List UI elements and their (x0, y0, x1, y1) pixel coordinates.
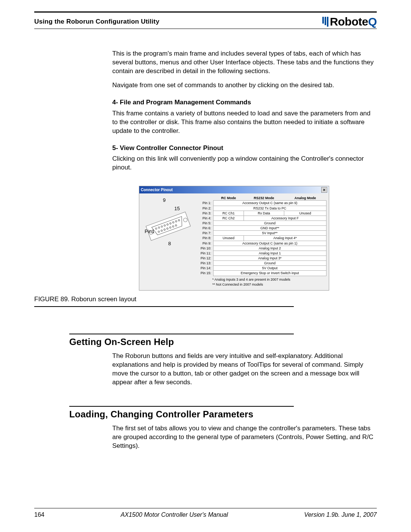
pin-label: Pin 11: (197, 251, 213, 256)
pin-cell: Analog Input 1 (213, 251, 327, 256)
logo: RoboteQ (322, 15, 377, 28)
pin-label: Pin 6: (197, 226, 213, 231)
pin-label: Pin 8: (197, 236, 213, 241)
pin-label: Pin 5: (197, 221, 213, 226)
page-header: Using the Roborun Configuration Utility … (34, 15, 377, 29)
table-row: Pin 7:5V Input** (197, 231, 327, 236)
close-icon[interactable]: ✕ (321, 187, 327, 193)
table-row: Pin 4:RC Ch2Accessory Input F (197, 216, 327, 220)
figure-rule (34, 306, 294, 307)
page: Using the Roborun Configuration Utility … (0, 0, 411, 532)
table-row: Pin 9:Accessory Output C (same as pin 1) (197, 241, 327, 246)
pin-cell: Analog Input 4* (244, 236, 327, 241)
pin-cell: Analog Input 2 (213, 246, 327, 251)
help-para: The Roborun buttons and fields are very … (112, 352, 377, 387)
heading-sec5: 5- View Controller Connector Pinout (112, 144, 377, 153)
page-number: 164 (34, 511, 45, 518)
pin-cell: Unused (213, 236, 244, 241)
pin-label: Pin 1: (197, 201, 213, 206)
table-row: Pin 12:Analog Input 3* (197, 256, 327, 261)
connector-diagram: 9 15 (142, 196, 195, 288)
section-loading: Loading, Changing Controller Parameters … (112, 406, 377, 451)
pin-label: Pin 15: (197, 271, 213, 276)
table-row: Pin 11:Analog Input 1 (197, 251, 327, 256)
heading-sec4: 4- File and Program Management Commands (112, 98, 377, 107)
col-header: RC Mode (213, 196, 244, 201)
rule-top (34, 11, 377, 13)
heading-help: Getting On-Screen Help (69, 336, 377, 348)
label-9: 9 (163, 197, 166, 203)
figure-89: Connector Pinout ✕ 9 15 (139, 186, 329, 291)
table-row: Pin 6:GND Input** (197, 226, 327, 231)
section-help: Getting On-Screen Help The Roborun butto… (112, 334, 377, 387)
pin-cell: GND Input** (213, 226, 327, 231)
sec5-para: Clicking on this link will conveniently … (112, 155, 377, 172)
pin-cell: Unused (284, 211, 326, 216)
pin-label: Pin 7: (197, 231, 213, 236)
pin-cell: Ground (213, 261, 327, 266)
logo-text: Robote (330, 15, 368, 28)
footer-title: AX1500 Motor Controller User's Manual (121, 511, 228, 518)
heading-loading: Loading, Changing Controller Parameters (69, 408, 377, 420)
pin-cell: Analog Input 3* (213, 256, 327, 261)
pin-label: Pin 9: (197, 241, 213, 246)
section-rule (69, 406, 294, 407)
figure-caption: FIGURE 89. Roborun screen layout (34, 295, 377, 304)
pin-label: Pin 14: (197, 266, 213, 271)
col-header: RS232 Mode (244, 196, 284, 201)
pin-label: Pin 13: (197, 261, 213, 266)
footer-row: 164 AX1500 Motor Controller User's Manua… (34, 511, 377, 518)
table-row: Pin 10:Analog Input 2 (197, 246, 327, 251)
logo-bars-icon (322, 17, 328, 27)
table-row: Pin 8:UnusedAnalog Input 4* (197, 236, 327, 241)
label-15: 15 (174, 206, 180, 211)
pin-cell: Accessory Output C (same as pin 9) (213, 201, 327, 206)
table-row: Pin 5:Ground (197, 221, 327, 226)
pin-cell: RS232 Tx Data to PC (213, 206, 327, 211)
pin-cell: 5V Input** (213, 231, 327, 236)
footer-rule (34, 508, 377, 508)
pin-cell: Emergency Stop or Invert Switch input (213, 271, 327, 276)
logo-q: Q (368, 15, 377, 28)
window-title: Connector Pinout (141, 187, 173, 193)
pin-label: Pin 3: (197, 211, 213, 216)
pinout-window: Connector Pinout ✕ 9 15 (139, 186, 329, 291)
window-titlebar: Connector Pinout ✕ (139, 186, 329, 193)
page-footer: 164 AX1500 Motor Controller User's Manua… (34, 508, 377, 518)
footer-version: Version 1.9b. June 1, 2007 (304, 511, 377, 518)
pinout-table: RC ModeRS232 ModeAnalog ModePin 1:Access… (197, 196, 327, 276)
pin-label: Pin 2: (197, 206, 213, 211)
pin-cell: 5V Output (213, 266, 327, 271)
table-row: Pin 1:Accessory Output C (same as pin 9) (197, 201, 327, 206)
rule-under-header (34, 29, 377, 29)
pin-cell: Ground (213, 221, 327, 226)
table-note-1: * Analog Inputs 3 and 4 are present in 2… (197, 276, 327, 283)
table-row: Pin 14:5V Output (197, 266, 327, 271)
col-header: Analog Mode (284, 196, 326, 201)
loading-para: The first set of tabs allows you to view… (112, 424, 377, 451)
pin-label: Pin 4: (197, 216, 213, 220)
intro-para-1: This is the program's main frame and inc… (112, 50, 377, 76)
label-pin1: Pin1 (145, 228, 155, 234)
header-section: Using the Roborun Configuration Utility (34, 18, 159, 26)
pin-label: Pin 12: (197, 256, 213, 261)
pin-cell: RC Ch2 (213, 216, 244, 220)
table-row: Pin 3:RC Ch1Rx DataUnused (197, 211, 327, 216)
pin-label: Pin 10: (197, 246, 213, 251)
label-8: 8 (168, 241, 171, 246)
table-note-2: ** Not Connected in 2007 models (197, 283, 327, 288)
pinout-table-wrap: RC ModeRS232 ModeAnalog ModePin 1:Access… (197, 196, 327, 288)
intro-para-2: Navigate from one set of commands to ano… (112, 81, 377, 90)
table-row: Pin 15:Emergency Stop or Invert Switch i… (197, 271, 327, 276)
pin-cell: Accessory Output C (same as pin 1) (213, 241, 327, 246)
pin-cell: Accessory Input F (244, 216, 327, 220)
section-rule (69, 334, 294, 334)
pin-cell: Rx Data (244, 211, 284, 216)
window-body: 9 15 (139, 193, 329, 290)
body-column: This is the program's main frame and inc… (112, 50, 377, 451)
sec4-para: This frame contains a variety of buttons… (112, 109, 377, 136)
table-row: Pin 13:Ground (197, 261, 327, 266)
pin-cell: RC Ch1 (213, 211, 244, 216)
table-row: Pin 2:RS232 Tx Data to PC (197, 206, 327, 211)
